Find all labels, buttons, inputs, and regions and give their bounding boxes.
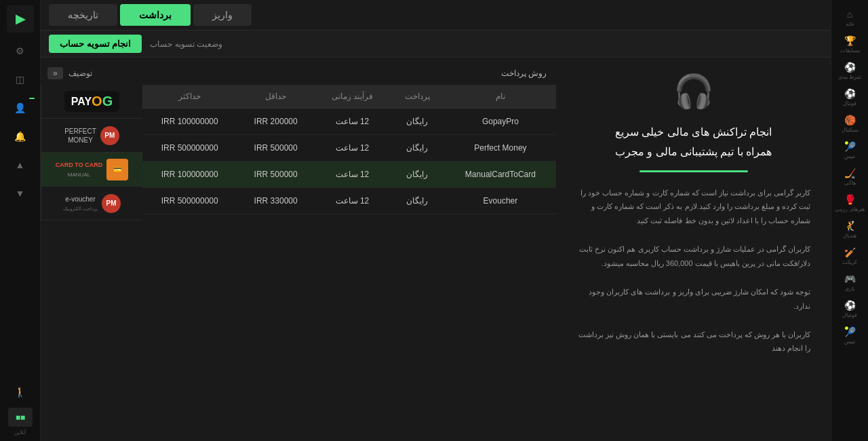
game-icon: 🎮 <box>844 273 856 284</box>
right-sidebar-label-futsal: فونتبال <box>842 312 857 318</box>
left-panel: 🎧 انجام تراکنش های مالی خیلی سریع همراه … <box>556 58 831 441</box>
main-table: نام پرداخت فرآیند زمانی حداقل حداکثر Gop… <box>142 85 556 214</box>
pm-icon-gopay[interactable]: G O PAY <box>41 85 142 119</box>
cell-payment-0: رایگان <box>390 109 445 135</box>
home-icon: ⌂ <box>847 9 852 20</box>
info-paragraph-2: کاربران گرامی در عملیات شارژ و برداشت حس… <box>576 242 810 271</box>
col-name: نام <box>445 85 556 109</box>
info-paragraph-1: کاربر گرامی برای برداشت نیاز است که شمار… <box>576 186 810 229</box>
right-sidebar-item-martial[interactable]: 🥊 هنرهای رزمی <box>831 191 868 216</box>
sidebar-item-settings[interactable]: ⚙ <box>0 38 40 64</box>
table-header-row: نام پرداخت فرآیند زمانی حداقل حداکثر <box>142 85 556 109</box>
pm-icon-perfect-money[interactable]: PM PERFECTMONEY <box>41 119 142 153</box>
football-icon: ⚽ <box>844 88 856 99</box>
sidebar-item-notification[interactable]: 🔔 <box>0 123 40 149</box>
settlement-status-text: وضعیت تسویه حساب <box>150 39 222 49</box>
futsal-icon: ⚽ <box>844 300 856 311</box>
cell-name-0: GopayPro <box>445 109 556 135</box>
right-sidebar-label-trophy: مسابقات <box>840 47 860 54</box>
table-row[interactable]: Perfect Money رایگان 12 ساعت IRR 500000 … <box>142 135 556 161</box>
cell-min-3: IRR 330000 <box>237 188 314 214</box>
right-sidebar-item-trophy[interactable]: 🏆 مسابقات <box>831 32 868 57</box>
card-text: CARD TO CARD MANUAL <box>56 160 102 178</box>
cell-time-2: 12 ساعت <box>315 161 390 188</box>
notification-icon: 🔔 <box>14 131 26 142</box>
cricket-icon: 🏏 <box>844 247 856 258</box>
evoucher-logo: PM e-voucherپرداخت الکترونیک <box>63 194 121 213</box>
evoucher-circle: PM <box>102 194 121 213</box>
settings-icon: ⚙ <box>16 45 24 56</box>
table-row[interactable]: Evoucher رایگان 12 ساعت IRR 330000 IRR 5… <box>142 188 556 214</box>
tab-bardash[interactable]: برداشت <box>120 4 191 26</box>
gopay-o-letter: O <box>92 94 102 109</box>
right-sidebar-item-basketball[interactable]: 🏀 بسکتبال <box>831 111 868 136</box>
sidebar-bottom-widget: ◼◼ <box>8 408 33 427</box>
sidebar-item-walk[interactable]: 🚶 <box>0 379 40 405</box>
table-body: GopayPro رایگان 12 ساعت IRR 200000 IRR 1… <box>142 109 556 214</box>
col-time: فرآیند زمانی <box>315 85 390 109</box>
settlement-bar: وضعیت تسویه حساب انجام تسویه حساب <box>41 31 831 58</box>
info-paragraph-4: کاربران با هر روش که پرداخت می کنند می ب… <box>576 328 810 356</box>
cell-max-1: IRR 500000000 <box>142 135 237 161</box>
main-title: انجام تراکنش های مالی خیلی سریع همراه با… <box>615 123 772 162</box>
cell-min-0: IRR 200000 <box>237 109 314 135</box>
right-sidebar-label-handball: هندبال <box>843 233 856 239</box>
sidebar-item-collapse-down[interactable]: ▼ <box>0 180 40 206</box>
top-tabs: واریز برداشت تاریخچه <box>49 4 252 26</box>
sidebar-online-label: آنلاین <box>14 429 26 436</box>
collapse-button[interactable]: « <box>47 67 63 79</box>
card-manual-label: MANUAL <box>68 172 90 178</box>
sidebar-item-display[interactable]: ◫ <box>0 66 40 92</box>
chevron-up-icon: ▲ <box>16 159 25 170</box>
table-header: نام پرداخت فرآیند زمانی حداقل حداکثر <box>142 85 556 109</box>
top-bar: واریز برداشت تاریخچه <box>41 0 831 31</box>
pm-icon-evoucher[interactable]: PM e-voucherپرداخت الکترونیک <box>41 187 142 220</box>
info-paragraph-3: توجه شود که امکان شارژ ضریبی برای واریز … <box>576 285 810 313</box>
tab-tarikhe[interactable]: تاریخچه <box>49 4 117 26</box>
right-sidebar-item-football[interactable]: ⚽ فوتبال <box>831 85 868 110</box>
right-sidebar-item-hockey[interactable]: 🏒 هاکی <box>831 164 868 189</box>
table-row-selected[interactable]: ManualCardToCard رایگان 12 ساعت IRR 5000… <box>142 161 556 188</box>
cell-time-0: 12 ساعت <box>315 109 390 135</box>
cell-payment-3: رایگان <box>390 188 445 214</box>
display-icon: ◫ <box>16 74 24 85</box>
cell-payment-1: رایگان <box>390 135 445 161</box>
trophy-icon: 🏆 <box>844 35 856 46</box>
handball-icon: 🤾 <box>844 220 856 231</box>
cell-time-1: 12 ساعت <box>315 135 390 161</box>
evoucher-text: e-voucherپرداخت الکترونیک <box>63 195 98 212</box>
card-icon: 💳 <box>106 159 128 180</box>
right-sidebar-item-tennis[interactable]: 🎾 تنیس <box>831 138 868 163</box>
sidebar-item-user[interactable]: 👤 <box>0 95 40 121</box>
user-badge <box>29 98 35 99</box>
cell-payment-2: رایگان <box>390 161 445 188</box>
data-table-container: نام پرداخت فرآیند زمانی حداقل حداکثر Gop… <box>142 85 556 220</box>
right-sidebar-item-handball[interactable]: 🤾 هندبال <box>831 217 868 242</box>
sidebar-item-collapse-up[interactable]: ▲ <box>0 152 40 178</box>
tab-variz[interactable]: واریز <box>193 4 252 26</box>
right-sidebar-item-home[interactable]: ⌂ خانه <box>831 5 868 31</box>
right-sidebar-item-tennis2[interactable]: 🎾 تنیس <box>831 323 868 348</box>
cell-max-2: IRR 100000000 <box>142 161 237 188</box>
right-sidebar-label-tennis: تنیس <box>844 153 855 159</box>
panel-header: روش پرداخت توضیف « <box>41 64 556 85</box>
cell-time-3: 12 ساعت <box>315 188 390 214</box>
main-content: 🎧 انجام تراکنش های مالی خیلی سریع همراه … <box>41 58 831 441</box>
gopay-pay-text: PAY <box>71 96 92 108</box>
table-section: G O PAY PM PERFECTMONEY 💳 <box>41 85 556 220</box>
right-sidebar-item-futsal[interactable]: ⚽ فونتبال <box>831 296 868 322</box>
basketball-icon: 🏀 <box>844 115 856 126</box>
sidebar-bottom: 🚶 ◼◼ آنلاین <box>0 379 40 441</box>
right-sidebar-label-hockey: هاکی <box>844 180 856 186</box>
table-row[interactable]: GopayPro رایگان 12 ساعت IRR 200000 IRR 1… <box>142 109 556 135</box>
right-sidebar-label-home: خانه <box>846 21 854 27</box>
right-sidebar-item-game[interactable]: 🎮 بازی <box>831 270 868 295</box>
settlement-button[interactable]: انجام تسویه حساب <box>49 35 142 53</box>
right-sidebar-item-bet[interactable]: ⚽ شرط بندی <box>831 58 868 83</box>
info-text-block: کاربر گرامی برای برداشت نیاز است که شمار… <box>576 186 810 356</box>
sidebar-icons: ⚙ ◫ 👤 🔔 ▲ ▼ <box>0 38 40 206</box>
right-sidebar: ⌂ خانه 🏆 مسابقات ⚽ شرط بندی ⚽ فوتبال 🏀 ب… <box>831 0 868 441</box>
pm-icon-card-to-card[interactable]: 💳 CARD TO CARD MANUAL <box>41 153 142 187</box>
hockey-icon: 🏒 <box>844 168 856 178</box>
right-sidebar-item-cricket[interactable]: 🏏 کریکت <box>831 244 868 269</box>
